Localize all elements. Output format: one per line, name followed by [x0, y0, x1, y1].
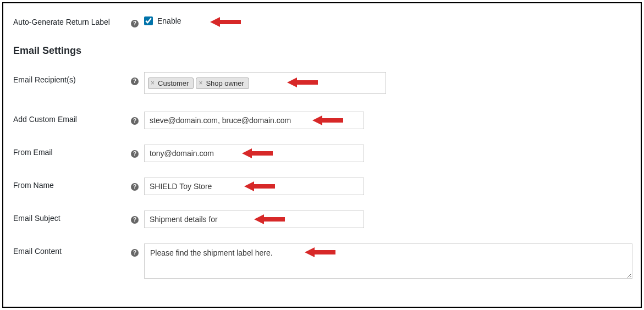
- help-icon[interactable]: ?: [131, 117, 139, 125]
- add-custom-email-input[interactable]: [144, 112, 364, 129]
- recipient-tag[interactable]: × Customer: [148, 78, 194, 89]
- from-email-label: From Email: [13, 145, 131, 157]
- from-name-input[interactable]: [144, 178, 364, 195]
- svg-marker-0: [210, 17, 241, 27]
- email-recipients-label: Email Recipient(s): [13, 72, 131, 84]
- from-name-label: From Name: [13, 178, 131, 190]
- auto-generate-return-label-label: Auto-Generate Return Label: [13, 14, 131, 26]
- email-subject-label: Email Subject: [13, 211, 131, 223]
- remove-tag-icon[interactable]: ×: [199, 79, 203, 87]
- auto-generate-enable-label: Enable: [157, 16, 181, 25]
- email-content-textarea[interactable]: [144, 243, 632, 279]
- email-settings-heading: Email Settings: [13, 45, 631, 57]
- help-icon[interactable]: ?: [131, 78, 139, 85]
- recipient-tag-label: Shop owner: [206, 79, 244, 87]
- help-icon[interactable]: ?: [131, 216, 139, 224]
- auto-generate-enable-checkbox[interactable]: [144, 16, 153, 25]
- help-icon[interactable]: ?: [131, 150, 139, 158]
- help-icon[interactable]: ?: [131, 183, 139, 191]
- arrow-icon: [210, 16, 241, 28]
- email-content-label: Email Content: [13, 243, 131, 256]
- help-icon[interactable]: ?: [131, 249, 139, 257]
- help-icon[interactable]: ?: [131, 20, 139, 27]
- recipient-tag-label: Customer: [158, 79, 189, 87]
- email-subject-input[interactable]: [144, 211, 364, 228]
- remove-tag-icon[interactable]: ×: [151, 79, 156, 87]
- recipient-tag[interactable]: × Shop owner: [196, 78, 249, 89]
- add-custom-email-label: Add Custom Email: [13, 112, 131, 124]
- email-recipients-input[interactable]: × Customer × Shop owner: [144, 72, 386, 94]
- from-email-input[interactable]: [144, 145, 364, 162]
